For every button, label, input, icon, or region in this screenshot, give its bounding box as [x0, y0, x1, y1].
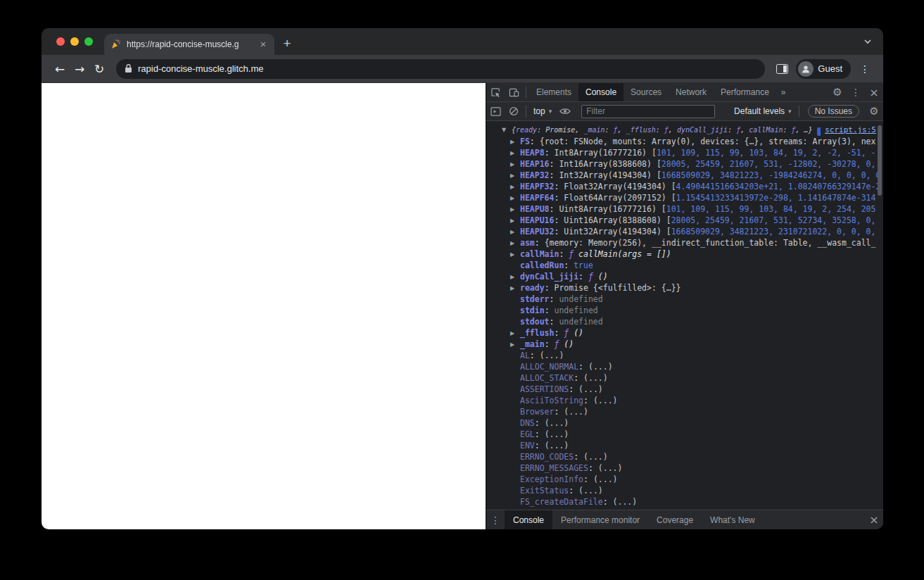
settings-gear-icon[interactable]: ⚙ — [828, 83, 847, 101]
console-token: : — [583, 396, 593, 405]
expand-arrow-icon[interactable]: ▶ — [510, 137, 520, 147]
property-key: AsciiToString — [520, 396, 583, 405]
devtools-tab-sources[interactable]: Sources — [624, 83, 669, 101]
getter-ellipsis[interactable]: (...) — [593, 396, 618, 405]
console-token: ƒ — [569, 249, 578, 259]
drawer-close-icon[interactable]: × — [865, 511, 883, 529]
getter-ellipsis[interactable]: (...) — [583, 452, 608, 462]
tab-search-chevron-icon[interactable] — [863, 39, 872, 44]
getter-ellipsis[interactable]: (...) — [545, 429, 569, 439]
collapse-arrow-icon[interactable]: ▼ — [502, 125, 512, 136]
device-toolbar-icon[interactable] — [505, 83, 523, 101]
console-token: : — [569, 384, 578, 394]
live-expression-eye-icon[interactable] — [556, 102, 574, 120]
console-token: : — [574, 373, 583, 383]
devtools-close-icon[interactable]: × — [865, 83, 883, 101]
expand-arrow-icon[interactable]: ▶ — [510, 215, 520, 226]
devtools-tab-performance[interactable]: Performance — [714, 83, 776, 101]
getter-ellipsis[interactable]: (...) — [578, 384, 603, 394]
console-token: Int32Array(4194304) [ — [559, 170, 661, 180]
profile-button[interactable]: Guest — [796, 59, 851, 79]
expand-arrow-icon[interactable]: ▶ — [510, 182, 520, 192]
console-token: () — [598, 272, 608, 282]
expand-arrow-icon[interactable]: ▶ — [510, 204, 520, 215]
forward-button[interactable]: → — [70, 59, 89, 79]
more-tabs-icon[interactable]: » — [776, 87, 791, 97]
console-settings-gear-icon[interactable]: ⚙ — [865, 102, 883, 120]
tab-close-icon[interactable]: × — [258, 39, 269, 50]
console-token: {root: FSNode, mounts: Array(0), devices… — [540, 137, 876, 146]
source-link[interactable]: script.js:5 — [821, 125, 876, 136]
expand-arrow-icon[interactable]: ▶ — [510, 272, 520, 282]
expand-arrow-icon[interactable]: ▶ — [510, 170, 520, 181]
getter-ellipsis[interactable]: (...) — [578, 486, 603, 496]
console-token: Int16Array(8388608) [ — [559, 159, 661, 169]
expand-arrow-icon[interactable]: ▶ — [510, 249, 520, 260]
getter-ellipsis[interactable]: (...) — [583, 373, 608, 383]
console-token: : — [530, 137, 540, 146]
side-panel-icon[interactable] — [772, 59, 792, 79]
drawer-tab-console[interactable]: Console — [505, 510, 552, 529]
console-line: FS_createDataFile: (...) — [486, 496, 883, 508]
address-bar[interactable]: rapid-concise-muscle.glitch.me — [116, 59, 765, 79]
minimize-window-button[interactable] — [70, 37, 79, 46]
expand-arrow-icon[interactable]: ▶ — [510, 238, 520, 248]
expand-arrow-icon[interactable]: ▶ — [510, 339, 520, 350]
log-levels-selector[interactable]: Default levels ▾ — [730, 106, 796, 116]
getter-ellipsis[interactable]: (...) — [593, 474, 618, 484]
scrollbar-thumb[interactable] — [878, 125, 882, 196]
getter-ellipsis[interactable]: (...) — [613, 497, 638, 507]
browser-menu-icon[interactable]: ⋮ — [855, 59, 875, 79]
console-token: undefined — [559, 317, 602, 327]
drawer-menu-icon[interactable]: ⋮ — [486, 511, 505, 529]
console-token: : — [578, 272, 588, 282]
issues-badge[interactable]: No Issues — [808, 105, 859, 118]
expand-arrow-icon[interactable]: ▶ — [510, 159, 520, 170]
getter-ellipsis[interactable]: (...) — [545, 441, 569, 450]
drawer-tab-what-s-new[interactable]: What's New — [702, 510, 764, 529]
devtools-menu-icon[interactable]: ⋮ — [847, 83, 865, 101]
console-token: : — [554, 182, 564, 191]
console-token: : — [554, 215, 564, 225]
console-token: : — [550, 159, 559, 169]
console-token: , — [618, 126, 626, 134]
back-button[interactable]: ← — [50, 59, 70, 79]
inspect-element-icon[interactable] — [486, 83, 505, 101]
console-token: 1.1545413233413972e-298, 1.141647874e-31… — [676, 193, 876, 203]
levels-label: Default levels — [734, 106, 785, 116]
console-filter-input[interactable] — [581, 105, 715, 118]
reload-button[interactable]: ↻ — [89, 59, 109, 79]
property-key: stdout — [520, 317, 550, 327]
property-key: HEAP16 — [520, 159, 550, 169]
expand-arrow-icon[interactable]: ▶ — [510, 328, 520, 339]
devtools-tab-network[interactable]: Network — [669, 83, 714, 101]
close-window-button[interactable] — [56, 37, 65, 46]
getter-ellipsis[interactable]: (...) — [540, 351, 564, 360]
getter-ellipsis[interactable]: (...) — [598, 463, 623, 473]
expand-arrow-icon[interactable]: ▶ — [510, 193, 520, 203]
execution-context-selector[interactable]: top ▾ — [529, 106, 556, 116]
drawer-tab-coverage[interactable]: Coverage — [648, 510, 702, 529]
getter-ellipsis[interactable]: (...) — [564, 407, 588, 417]
console-sidebar-icon[interactable] — [486, 102, 505, 120]
console-line: ▶_fflush: ƒ () — [486, 327, 883, 339]
fullscreen-window-button[interactable] — [84, 37, 93, 46]
console-token: : Promise, — [537, 126, 583, 134]
devtools-tab-elements[interactable]: Elements — [529, 83, 578, 101]
browser-tab[interactable]: https://rapid-concise-muscle.g × — [104, 34, 274, 55]
property-key: callMain — [520, 249, 559, 259]
clear-console-icon[interactable] — [505, 102, 523, 120]
console-token: : — [603, 497, 613, 507]
separator — [799, 106, 799, 117]
getter-ellipsis[interactable]: (...) — [588, 362, 613, 372]
expand-arrow-icon[interactable]: ▶ — [510, 148, 520, 158]
console-token: 1668509029, 34821223, 2310721022, 0, 0, … — [671, 227, 876, 237]
devtools-tab-console[interactable]: Console — [578, 83, 624, 101]
expand-arrow-icon[interactable]: ▶ — [510, 283, 520, 294]
console-token: : — [545, 305, 555, 315]
getter-ellipsis[interactable]: (...) — [545, 418, 569, 428]
tab-strip: https://rapid-concise-muscle.g × + — [42, 28, 883, 55]
expand-arrow-icon[interactable]: ▶ — [510, 227, 520, 237]
new-tab-button[interactable]: + — [277, 34, 297, 55]
drawer-tab-performance-monitor[interactable]: Performance monitor — [552, 510, 648, 529]
